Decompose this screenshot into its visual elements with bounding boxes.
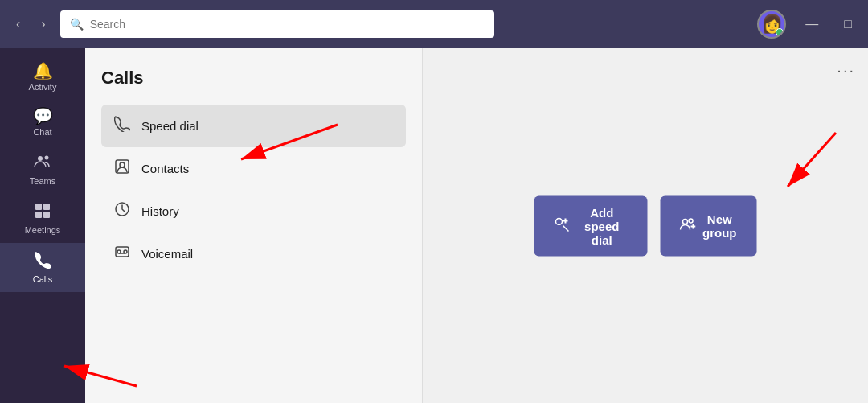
add-speed-dial-icon <box>554 216 570 236</box>
sidebar-item-meetings[interactable]: Meetings <box>0 194 85 243</box>
titlebar: ‹ › 🔍 👩 — □ <box>0 0 868 48</box>
meetings-icon <box>34 202 51 222</box>
chat-icon: 💬 <box>33 108 53 124</box>
contacts-label: Contacts <box>141 162 189 175</box>
main-content: 🔔 Activity 💬 Chat Teams <box>0 48 868 403</box>
new-group-icon <box>679 216 695 236</box>
maximize-button[interactable]: □ <box>837 14 858 35</box>
svg-line-13 <box>563 225 569 231</box>
svg-point-0 <box>38 156 43 161</box>
svg-rect-2 <box>35 204 42 210</box>
avatar[interactable]: 👩 <box>757 10 786 39</box>
search-bar: 🔍 <box>60 10 494 38</box>
minimize-button[interactable]: — <box>799 14 825 35</box>
sidebar-item-teams[interactable]: Teams <box>0 145 85 194</box>
svg-rect-5 <box>43 212 50 218</box>
menu-item-voicemail[interactable]: Voicemail <box>101 232 406 275</box>
add-speed-dial-label: Add speed dial <box>576 205 628 246</box>
sidebar-label-chat: Chat <box>33 127 51 137</box>
activity-icon: 🔔 <box>33 63 53 79</box>
menu-item-history[interactable]: History <box>101 190 406 232</box>
sidebar-item-activity[interactable]: 🔔 Activity <box>0 55 85 100</box>
search-input[interactable] <box>90 18 485 31</box>
new-group-label: New group <box>702 212 737 240</box>
right-panel: ··· Add speed dial <box>423 48 868 403</box>
menu-item-contacts[interactable]: Contacts <box>101 147 406 190</box>
svg-point-1 <box>45 156 49 160</box>
more-options[interactable]: ··· <box>837 61 855 80</box>
speed-dial-label: Speed dial <box>141 119 199 133</box>
teams-icon <box>34 153 51 173</box>
voicemail-icon <box>114 244 130 264</box>
add-speed-dial-button[interactable]: Add speed dial <box>534 195 648 256</box>
menu-item-speed-dial[interactable]: Speed dial <box>101 105 406 147</box>
speed-dial-icon <box>114 116 130 136</box>
sidebar-label-teams: Teams <box>30 176 55 186</box>
sidebar: 🔔 Activity 💬 Chat Teams <box>0 48 85 403</box>
svg-rect-4 <box>35 212 42 218</box>
calls-panel: Calls Speed dial Contacts <box>85 48 423 403</box>
action-buttons: Add speed dial New group <box>534 195 757 256</box>
svg-rect-3 <box>43 204 50 210</box>
titlebar-right: 👩 — □ <box>757 10 858 39</box>
calls-icon <box>34 251 51 271</box>
sidebar-item-chat[interactable]: 💬 Chat <box>0 100 85 145</box>
sidebar-label-meetings: Meetings <box>25 225 61 235</box>
sidebar-label-calls: Calls <box>33 274 52 284</box>
contacts-icon <box>114 158 130 179</box>
forward-button[interactable]: › <box>35 14 51 35</box>
sidebar-item-calls[interactable]: Calls <box>0 243 85 292</box>
voicemail-label: Voicemail <box>141 247 193 261</box>
svg-point-16 <box>682 219 687 224</box>
svg-point-12 <box>556 218 563 224</box>
history-icon <box>114 201 130 221</box>
search-icon: 🔍 <box>70 18 84 31</box>
sidebar-label-activity: Activity <box>29 82 57 92</box>
new-group-button[interactable]: New group <box>660 195 756 256</box>
status-badge <box>776 28 784 36</box>
history-label: History <box>141 204 179 218</box>
svg-point-7 <box>120 162 125 167</box>
back-button[interactable]: ‹ <box>10 14 27 35</box>
svg-point-17 <box>689 219 693 223</box>
calls-title: Calls <box>101 68 406 88</box>
